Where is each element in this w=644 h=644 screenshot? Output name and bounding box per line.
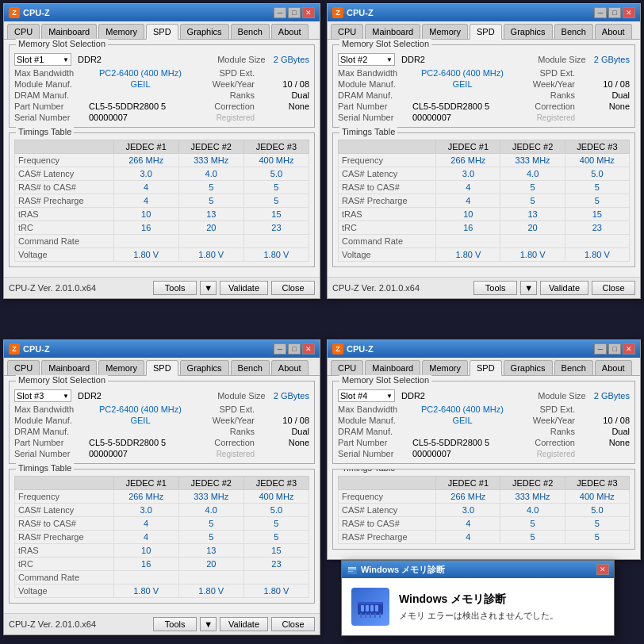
- tab-graphics-1[interactable]: Graphics: [180, 24, 229, 39]
- tab-bench-3[interactable]: Bench: [231, 360, 270, 375]
- validate-btn-2[interactable]: Validate: [540, 281, 588, 295]
- memory-diag-dialog: Windows メモリ診断 ✕ Windows メモリ診断 メモリ: [341, 560, 615, 636]
- tab-memory-1[interactable]: Memory: [98, 24, 144, 39]
- title-bar-1[interactable]: Z CPU-Z ─ □ ✕: [4, 4, 320, 21]
- tab-mainboard-1[interactable]: Mainboard: [41, 24, 97, 39]
- slot-select-2[interactable]: Slot #2 ▼: [338, 53, 395, 66]
- table-row: RAS# to CAS# 4 5 5: [339, 517, 630, 531]
- tab-graphics-2[interactable]: Graphics: [504, 24, 553, 39]
- maximize-btn-2[interactable]: □: [608, 7, 621, 18]
- slot-select-4[interactable]: Slot #4 ▼: [338, 389, 395, 402]
- tab-memory-3[interactable]: Memory: [98, 360, 144, 375]
- serial-1: 00000007: [89, 113, 192, 122]
- timings-table-1: JEDEC #1 JEDEC #2 JEDEC #3 Frequency 266…: [14, 140, 309, 262]
- tab-cpu-1[interactable]: CPU: [7, 24, 40, 39]
- tools-btn-1[interactable]: Tools: [153, 281, 197, 295]
- part-number-2: CL5-5-5DDR2800 5: [412, 102, 512, 111]
- diag-close-btn[interactable]: ✕: [596, 564, 609, 575]
- tools-dropdown-2[interactable]: ▼: [520, 281, 537, 295]
- tools-dropdown-3[interactable]: ▼: [200, 617, 217, 631]
- maximize-btn-3[interactable]: □: [288, 343, 301, 355]
- diag-ram-icon: [351, 588, 389, 626]
- maximize-btn-4[interactable]: □: [608, 343, 621, 355]
- timings-table-2: JEDEC #1 JEDEC #2 JEDEC #3 Frequency 266…: [338, 140, 630, 262]
- part-number-1: CL5-5-5DDR2800 5: [89, 102, 192, 111]
- tab-bench-1[interactable]: Bench: [231, 24, 270, 39]
- part-number-4: CL5-5-5DDR2800 5: [412, 438, 512, 447]
- title-bar-4[interactable]: Z CPU-Z ─ □ ✕: [328, 340, 640, 358]
- ranks-2: Dual: [578, 90, 630, 100]
- tab-cpu-2[interactable]: CPU: [331, 24, 363, 39]
- tab-about-4[interactable]: About: [595, 360, 632, 375]
- tab-graphics-3[interactable]: Graphics: [180, 360, 229, 375]
- title-bar-2[interactable]: Z CPU-Z ─ □ ✕: [328, 4, 640, 21]
- version-2: CPU-Z Ver. 2.01.0.x64: [332, 283, 420, 293]
- minimize-btn-4[interactable]: ─: [594, 343, 607, 355]
- diag-text-area: Windows メモリ診断 メモリ エラーは検出されませんでした。: [399, 592, 558, 622]
- tab-spd-4[interactable]: SPD: [470, 360, 502, 376]
- close-btn-2[interactable]: ✕: [623, 7, 635, 18]
- table-row: tRAS 10 13 15: [339, 208, 630, 221]
- tab-about-1[interactable]: About: [271, 24, 309, 39]
- minimize-btn-1[interactable]: ─: [274, 7, 286, 18]
- tools-dropdown-1[interactable]: ▼: [200, 281, 217, 295]
- tab-cpu-4[interactable]: CPU: [331, 360, 363, 375]
- timings-table-3: JEDEC #1 JEDEC #2 JEDEC #3 Frequency 266…: [14, 476, 309, 598]
- week-year-3: 10 / 08: [258, 416, 309, 425]
- tools-btn-2[interactable]: Tools: [473, 281, 517, 295]
- title-bar-3[interactable]: Z CPU-Z ─ □ ✕: [4, 340, 320, 358]
- window-title-4: CPU-Z: [347, 344, 374, 354]
- tab-spd-1[interactable]: SPD: [146, 24, 178, 40]
- tab-about-2[interactable]: About: [595, 24, 632, 39]
- close-btn-bottom-2[interactable]: Close: [592, 281, 635, 295]
- close-btn-bottom-1[interactable]: Close: [271, 281, 315, 295]
- table-row: Voltage 1.80 V 1.80 V 1.80 V: [15, 248, 309, 262]
- content-1: Memory Slot Selection Slot #1 ▼ DDR2 Mod…: [4, 40, 320, 277]
- manuf-3: GEIL: [89, 416, 192, 425]
- minimize-btn-3[interactable]: ─: [274, 343, 286, 355]
- cpuz-window-3: Z CPU-Z ─ □ ✕ CPU Mainboard Memory SPD G…: [3, 339, 320, 635]
- slot-select-3[interactable]: Slot #3 ▼: [14, 389, 71, 402]
- week-year-4: 10 / 08: [578, 416, 630, 425]
- close-btn-1[interactable]: ✕: [302, 7, 315, 18]
- timings-label-3: Timings Table: [16, 463, 74, 473]
- tab-mainboard-4[interactable]: Mainboard: [365, 360, 420, 375]
- close-btn-4[interactable]: ✕: [623, 343, 635, 355]
- validate-btn-3[interactable]: Validate: [220, 617, 268, 631]
- minimize-btn-2[interactable]: ─: [594, 7, 607, 18]
- ranks-4: Dual: [578, 427, 630, 436]
- maximize-btn-1[interactable]: □: [288, 7, 301, 18]
- tab-cpu-3[interactable]: CPU: [7, 360, 40, 375]
- table-row: RAS# to CAS# 4 5 5: [15, 517, 309, 531]
- tab-about-3[interactable]: About: [271, 360, 309, 375]
- memory-slot-label-3: Memory Slot Selection: [16, 375, 108, 385]
- svg-rect-5: [358, 602, 383, 604]
- svg-rect-7: [366, 605, 369, 611]
- diag-title-bar[interactable]: Windows メモリ診断 ✕: [342, 561, 614, 578]
- tab-graphics-4[interactable]: Graphics: [504, 360, 553, 375]
- tools-btn-3[interactable]: Tools: [153, 617, 197, 631]
- close-btn-bottom-3[interactable]: Close: [271, 617, 315, 631]
- tab-mainboard-3[interactable]: Mainboard: [41, 360, 97, 375]
- memory-slot-label-4: Memory Slot Selection: [339, 375, 431, 385]
- table-row: RAS# Precharge 4 5 5: [15, 194, 309, 208]
- svg-rect-2: [348, 569, 356, 570]
- tab-spd-3[interactable]: SPD: [146, 360, 178, 376]
- window-title-1: CPU-Z: [23, 8, 50, 17]
- timings-group-2: Timings Table JEDEC #1 JEDEC #2 JEDEC #3…: [332, 132, 635, 267]
- timings-label-4: Timings Table: [339, 469, 397, 473]
- close-btn-3[interactable]: ✕: [302, 343, 315, 355]
- tab-bench-2[interactable]: Bench: [554, 24, 593, 39]
- table-row: CAS# Latency 3.0 4.0 5.0: [339, 167, 630, 181]
- slot-select-1[interactable]: Slot #1 ▼: [14, 53, 71, 66]
- memory-slot-group-4: Memory Slot Selection Slot #4 ▼ DDR2 Mod…: [332, 381, 635, 464]
- tab-mainboard-2[interactable]: Mainboard: [365, 24, 420, 39]
- memory-slot-group-2: Memory Slot Selection Slot #2 ▼ DDR2 Mod…: [332, 44, 635, 128]
- tab-memory-2[interactable]: Memory: [422, 24, 468, 39]
- tab-bench-4[interactable]: Bench: [554, 360, 593, 375]
- table-row: Voltage 1.80 V 1.80 V 1.80 V: [339, 248, 630, 262]
- tab-spd-2[interactable]: SPD: [470, 24, 502, 40]
- svg-rect-9: [375, 605, 378, 611]
- validate-btn-1[interactable]: Validate: [220, 281, 268, 295]
- tab-memory-4[interactable]: Memory: [422, 360, 468, 375]
